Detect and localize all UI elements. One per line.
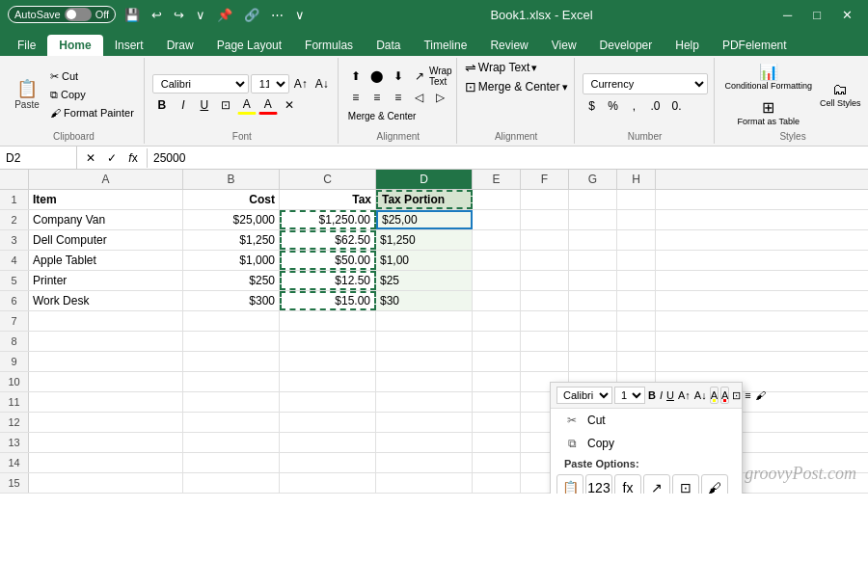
- cell-a1[interactable]: Item: [29, 190, 183, 209]
- cell-b12[interactable]: [183, 413, 280, 432]
- cell-d8[interactable]: [376, 332, 473, 351]
- share-icon[interactable]: 🔗: [241, 6, 262, 24]
- increase-indent-btn[interactable]: ▷: [431, 88, 450, 107]
- cell-g8[interactable]: [569, 332, 617, 351]
- ctx-font-color-btn[interactable]: A: [720, 387, 729, 404]
- col-header-f[interactable]: F: [521, 170, 569, 189]
- cell-b4[interactable]: $1,000: [183, 251, 280, 270]
- row-header-6[interactable]: 6: [0, 291, 29, 310]
- cell-d6[interactable]: $30: [376, 291, 473, 310]
- row-header-4[interactable]: 4: [0, 251, 29, 270]
- ctx-paste-btn-3[interactable]: fx: [614, 474, 641, 494]
- cell-c14[interactable]: [280, 453, 376, 472]
- cell-e3[interactable]: [473, 230, 521, 250]
- cell-e15[interactable]: [473, 473, 521, 493]
- col-header-h[interactable]: H: [617, 170, 656, 189]
- cell-f8[interactable]: [521, 332, 569, 351]
- col-header-b[interactable]: B: [183, 170, 280, 189]
- cell-a4[interactable]: Apple Tablet: [29, 251, 183, 270]
- font-size-select[interactable]: 11: [251, 74, 289, 94]
- cell-d7[interactable]: [376, 311, 473, 331]
- cell-f2[interactable]: [521, 210, 569, 229]
- cell-e7[interactable]: [473, 311, 521, 331]
- ctx-decrease-font-btn[interactable]: A↓: [693, 387, 708, 404]
- cell-g7[interactable]: [569, 311, 617, 331]
- cell-c11[interactable]: [280, 392, 376, 412]
- format-as-table-button[interactable]: ⊞ Format as Table: [722, 95, 816, 129]
- decrease-decimal-btn[interactable]: 0.: [667, 96, 687, 116]
- cell-h3[interactable]: [617, 230, 656, 250]
- align-bottom-btn[interactable]: ⬇: [389, 67, 408, 86]
- ctx-paste-btn-4[interactable]: ↗: [643, 474, 670, 494]
- col-header-c[interactable]: C: [280, 170, 376, 189]
- save-icon[interactable]: 💾: [122, 6, 143, 24]
- cell-c8[interactable]: [280, 332, 376, 351]
- row-header-11[interactable]: 11: [0, 392, 29, 412]
- ctx-cut-item[interactable]: ✂ Cut: [551, 409, 742, 432]
- cell-c2[interactable]: $1,250.00: [280, 210, 376, 229]
- undo-icon[interactable]: ↩: [149, 6, 165, 24]
- merge-center-btn[interactable]: Merge & Center: [346, 109, 419, 123]
- cell-b13[interactable]: [183, 433, 280, 452]
- cell-a9[interactable]: [29, 352, 183, 371]
- row-header-5[interactable]: 5: [0, 271, 29, 290]
- col-header-a[interactable]: A: [29, 170, 183, 189]
- cell-g3[interactable]: [569, 230, 617, 250]
- row-header-2[interactable]: 2: [0, 210, 29, 229]
- cell-g2[interactable]: [569, 210, 617, 229]
- orientation-btn[interactable]: ↗: [410, 67, 429, 86]
- cell-d13[interactable]: [376, 433, 473, 452]
- ctx-paste-btn-2[interactable]: 123: [585, 474, 612, 494]
- cell-c13[interactable]: [280, 433, 376, 452]
- cell-c1[interactable]: Tax: [280, 190, 376, 209]
- cell-e6[interactable]: [473, 291, 521, 310]
- row-header-15[interactable]: 15: [0, 473, 29, 493]
- currency-btn[interactable]: $: [583, 96, 602, 116]
- row-header-13[interactable]: 13: [0, 433, 29, 452]
- ctx-border-btn[interactable]: ⊡: [731, 387, 742, 404]
- minimize-button[interactable]: ─: [775, 6, 800, 24]
- cell-b11[interactable]: [183, 392, 280, 412]
- col-header-d[interactable]: D: [376, 170, 473, 189]
- cell-a8[interactable]: [29, 332, 183, 351]
- wrap-text-dropdown[interactable]: ▾: [531, 62, 537, 74]
- cell-a3[interactable]: Dell Computer: [29, 230, 183, 250]
- close-button[interactable]: ✕: [834, 6, 860, 24]
- align-top-btn[interactable]: ⬆: [346, 67, 366, 86]
- cell-f1[interactable]: [521, 190, 569, 209]
- wrap-text-label[interactable]: Wrap Text: [478, 61, 530, 74]
- confirm-formula-btn[interactable]: ✓: [102, 148, 122, 168]
- ctx-copy-item[interactable]: ⧉ Copy: [551, 432, 742, 455]
- cell-d5[interactable]: $25: [376, 271, 473, 290]
- cell-h6[interactable]: [617, 291, 656, 310]
- cell-h2[interactable]: [617, 210, 656, 229]
- merge-center-text[interactable]: Merge & Center: [478, 80, 560, 94]
- formula-input[interactable]: [148, 151, 868, 165]
- cell-g4[interactable]: [569, 251, 617, 270]
- autosave-toggle[interactable]: [65, 8, 92, 21]
- cell-e2[interactable]: [473, 210, 521, 229]
- fill-color-button[interactable]: A: [237, 95, 257, 115]
- tab-draw[interactable]: Draw: [155, 35, 205, 56]
- tab-page-layout[interactable]: Page Layout: [205, 35, 293, 56]
- border-button[interactable]: ⊡: [216, 95, 235, 115]
- cell-g5[interactable]: [569, 271, 617, 290]
- cell-d10[interactable]: [376, 372, 473, 391]
- tab-insert[interactable]: Insert: [103, 35, 155, 56]
- cancel-formula-btn[interactable]: ✕: [81, 148, 100, 168]
- wrap-text-btn[interactable]: Wrap Text: [431, 67, 450, 86]
- autosave-pill[interactable]: AutoSave Off: [8, 6, 116, 23]
- cell-e14[interactable]: [473, 453, 521, 472]
- cell-a12[interactable]: [29, 413, 183, 432]
- cell-a10[interactable]: [29, 372, 183, 391]
- tab-timeline[interactable]: Timeline: [412, 35, 478, 56]
- tab-developer[interactable]: Developer: [588, 35, 665, 56]
- cell-c3[interactable]: $62.50: [280, 230, 376, 250]
- tab-review[interactable]: Review: [478, 35, 539, 56]
- cell-d4[interactable]: $1,00: [376, 251, 473, 270]
- cell-d1[interactable]: Tax Portion: [376, 190, 473, 209]
- col-header-e[interactable]: E: [473, 170, 521, 189]
- ctx-increase-font-btn[interactable]: A↑: [677, 387, 692, 404]
- cell-a5[interactable]: Printer: [29, 271, 183, 290]
- more-icon[interactable]: ⋯: [268, 6, 286, 24]
